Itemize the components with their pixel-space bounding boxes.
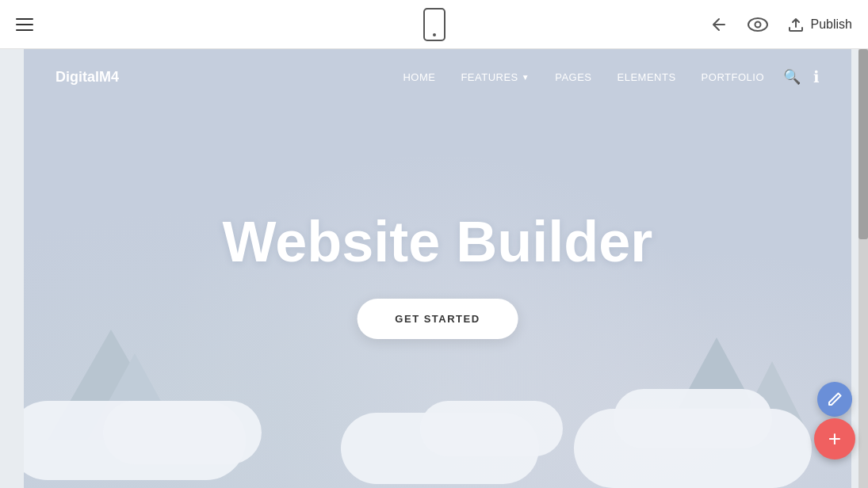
cloud-2 [103, 401, 262, 464]
nav-link-portfolio[interactable]: PORTFOLIO [702, 71, 764, 83]
toolbar: Publish [0, 0, 868, 49]
preview-button[interactable] [748, 17, 768, 32]
back-button[interactable] [709, 15, 728, 34]
publish-button[interactable]: Publish [787, 17, 852, 32]
nav-link-pages[interactable]: PAGES [555, 71, 591, 83]
clouds-layer [24, 330, 851, 488]
features-arrow-icon: ▼ [522, 73, 530, 82]
scrollbar-track[interactable] [858, 49, 868, 488]
nav-link-home[interactable]: HOME [403, 71, 435, 83]
nav-logo: DigitalM4 [55, 69, 119, 86]
publish-label: Publish [811, 17, 852, 32]
main-content: DigitalM4 HOME FEATURES ▼ PAGES ELEMENTS [0, 49, 868, 488]
toolbar-center [423, 8, 445, 41]
nav-link-elements[interactable]: ELEMENTS [618, 71, 676, 83]
info-icon[interactable]: ℹ [813, 67, 820, 86]
search-icon[interactable]: 🔍 [783, 68, 801, 86]
fab-edit-button[interactable] [817, 382, 852, 417]
hero-title: Website Builder [223, 211, 653, 273]
mobile-preview-icon[interactable] [423, 8, 445, 41]
cloud-6 [614, 389, 772, 448]
mobile-icon-dot [433, 33, 436, 36]
preview-frame: DigitalM4 HOME FEATURES ▼ PAGES ELEMENTS [24, 49, 851, 488]
svg-point-1 [755, 21, 760, 27]
nav-icons: 🔍 ℹ [783, 67, 820, 86]
hero-cta-button[interactable]: GET STARTED [357, 299, 518, 339]
scrollbar-thumb[interactable] [858, 49, 868, 239]
preview-navbar: DigitalM4 HOME FEATURES ▼ PAGES ELEMENTS [24, 49, 851, 105]
preview-hero: Website Builder GET STARTED [223, 211, 653, 339]
plus-icon: + [828, 428, 841, 450]
preview-wrapper: DigitalM4 HOME FEATURES ▼ PAGES ELEMENTS [24, 49, 851, 488]
toolbar-right: Publish [709, 15, 852, 34]
nav-link-features[interactable]: FEATURES ▼ [461, 71, 530, 83]
fab-add-button[interactable]: + [814, 418, 855, 459]
toolbar-left [16, 18, 33, 31]
menu-icon[interactable] [16, 18, 33, 31]
nav-links: HOME FEATURES ▼ PAGES ELEMENTS PORTFOLIO [403, 71, 764, 83]
cloud-4 [420, 401, 563, 456]
svg-point-0 [748, 18, 767, 31]
